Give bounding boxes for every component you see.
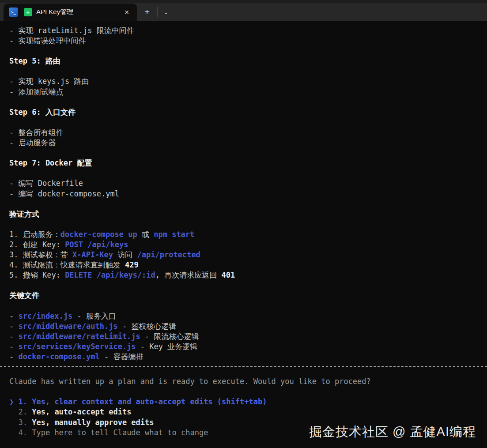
- terminal-text-segment: [9, 301, 14, 310]
- tab-dropdown-button[interactable]: ⌄: [158, 4, 174, 21]
- terminal-line: Step 7: Docker 配置: [9, 158, 487, 168]
- terminal-text-segment: - 鉴权核心逻辑: [118, 322, 177, 331]
- terminal-text-segment: 关键文件: [9, 291, 39, 300]
- terminal-text-segment: -: [9, 322, 18, 331]
- terminal-text-segment: 验证方式: [9, 210, 39, 218]
- terminal-text-segment: X-API-Key: [72, 250, 113, 259]
- terminal-text-segment: - 限流核心逻辑: [140, 332, 199, 341]
- terminal-text-segment: - 实现 keys.js 路由: [9, 77, 89, 86]
- terminal-line: - src/index.js - 服务入口: [9, 311, 487, 321]
- plan-prompt-text: Claude has written up a plan and is read…: [9, 376, 487, 387]
- terminal-text-segment: - 容器编排: [100, 352, 143, 361]
- pointer-spacer: [9, 407, 18, 416]
- terminal-line: [9, 117, 487, 128]
- tab-close-icon[interactable]: ✕: [122, 8, 132, 17]
- terminal-text-segment: - Key 业务逻辑: [136, 342, 198, 351]
- terminal-text-segment: - 整合所有组件: [9, 128, 63, 137]
- terminal-line: 1. 启动服务：docker-compose up 或 npm start: [9, 230, 487, 240]
- tab-bar: >_ ✳ API Key管理 ✕ + ⌄: [0, 0, 487, 21]
- terminal-text-segment: 2. 创建 Key:: [9, 240, 65, 249]
- menu-option-2[interactable]: 2. Yes, auto-accept edits: [9, 407, 487, 417]
- terminal-line: [9, 301, 487, 311]
- terminal-text-segment: [9, 281, 14, 290]
- terminal-line: - 整合所有组件: [9, 128, 487, 138]
- terminal-line: [9, 168, 487, 178]
- pointer-spacer: [9, 428, 18, 437]
- menu-option-label: Yes, clear context and auto-accept edits…: [32, 397, 267, 406]
- terminal-text-segment: src/middleware/rateLimit.js: [18, 332, 140, 341]
- terminal-line: Step 6: 入口文件: [9, 107, 487, 117]
- terminal-line: [9, 46, 487, 56]
- terminal-text-segment: docker-compose.yml: [18, 352, 99, 361]
- terminal-line: 4. 测试限流：快速请求直到触发 429: [9, 260, 487, 270]
- terminal-line: - 添加测试端点: [9, 87, 487, 97]
- menu-option-number: 1.: [18, 397, 32, 406]
- terminal-text-segment: POST /api/keys: [65, 240, 128, 249]
- terminal-line: - src/services/keyService.js - Key 业务逻辑: [9, 342, 487, 352]
- terminal-line: [9, 148, 487, 158]
- terminal-text-segment: -: [9, 352, 18, 361]
- terminal-text-segment: - 实现错误处理中间件: [9, 36, 86, 45]
- terminal-text-segment: [9, 220, 14, 229]
- new-tab-button[interactable]: +: [137, 4, 157, 21]
- menu-option-label: Yes, auto-accept edits: [32, 407, 131, 416]
- plan-separator-dashed-line: [0, 366, 487, 367]
- terminal-line: - 启动服务器: [9, 138, 487, 148]
- terminal-text-segment: [9, 148, 14, 157]
- terminal-line: - docker-compose.yml - 容器编排: [9, 352, 487, 362]
- terminal-tab[interactable]: >_ ✳ API Key管理 ✕: [4, 4, 137, 21]
- terminal-text-segment: [9, 200, 14, 208]
- terminal-text-segment: Step 5: 路由: [9, 56, 60, 65]
- terminal-text-segment: [9, 46, 14, 55]
- terminal-text-segment: 429: [125, 260, 139, 269]
- terminal-text-segment: - 服务入口: [72, 312, 116, 320]
- terminal-text-segment: 3. 测试鉴权：带: [9, 250, 72, 259]
- terminal-line: Step 5: 路由: [9, 56, 487, 66]
- terminal-line: - 实现 rateLimit.js 限流中间件: [9, 26, 487, 36]
- terminal-text-segment: 访问: [113, 250, 137, 259]
- terminal-line: [9, 97, 487, 107]
- terminal-text-segment: src/services/keyService.js: [18, 342, 136, 351]
- terminal-text-segment: docker-compose up: [60, 230, 137, 239]
- menu-option-label: Yes, manually approve edits: [32, 418, 154, 427]
- terminal-line: [9, 66, 487, 76]
- terminal-text-segment: 4. 测试限流：快速请求直到触发: [9, 260, 125, 269]
- terminal-text-segment: src/index.js: [18, 312, 72, 320]
- terminal-text-segment: npm start: [154, 230, 194, 239]
- terminal-line: - 编写 Dockerfile: [9, 178, 487, 188]
- terminal-line: [9, 219, 487, 230]
- menu-option-number: 3.: [18, 418, 32, 427]
- terminal-text-segment: -: [9, 312, 18, 320]
- terminal-text-segment: -: [9, 342, 18, 351]
- terminal-text-segment: - 添加测试端点: [9, 87, 63, 96]
- terminal-text-segment: - 编写 Dockerfile: [9, 179, 83, 188]
- terminal-text-segment: [9, 118, 14, 127]
- terminal-text-segment: [9, 169, 14, 177]
- terminal-text-segment: , 再次请求应返回: [155, 271, 222, 279]
- terminal-text-segment: 401: [222, 271, 235, 279]
- selection-pointer-icon: ❯: [9, 397, 18, 406]
- terminal-text-segment: DELETE /api/keys/:id: [65, 271, 155, 279]
- terminal-line: - 实现 keys.js 路由: [9, 76, 487, 87]
- menu-option-number: 4.: [18, 428, 32, 437]
- terminal-line: - 实现错误处理中间件: [9, 36, 487, 46]
- terminal-text-segment: [9, 67, 14, 75]
- terminal-text-segment: Step 7: Docker 配置: [9, 158, 92, 167]
- terminal-text-segment: [9, 98, 14, 106]
- terminal-line: 2. 创建 Key: POST /api/keys: [9, 240, 487, 250]
- terminal-line: [9, 280, 487, 290]
- terminal-line: 5. 撤销 Key: DELETE /api/keys/:id, 再次请求应返回…: [9, 270, 487, 280]
- terminal-text-segment: 或: [137, 230, 154, 239]
- menu-option-1[interactable]: ❯ 1. Yes, clear context and auto-accept …: [9, 397, 487, 407]
- terminal-text-segment: - 编写 docker-compose.yml: [9, 189, 119, 198]
- menu-option-label: Type here to tell Claude what to change: [32, 428, 208, 437]
- pointer-spacer: [9, 418, 18, 427]
- powershell-icon: >_: [9, 8, 18, 17]
- terminal-text-segment: -: [9, 332, 18, 341]
- terminal-text-segment: Step 6: 入口文件: [9, 108, 76, 117]
- terminal-output: - 实现 rateLimit.js 限流中间件- 实现错误处理中间件 Step …: [0, 21, 487, 362]
- terminal-text-segment: - 实现 rateLimit.js 限流中间件: [9, 26, 134, 35]
- watermark-text: 掘金技术社区 @ 孟健AI编程: [309, 423, 476, 441]
- terminal-text-segment: src/middleware/auth.js: [18, 322, 117, 331]
- terminal-line: - src/middleware/rateLimit.js - 限流核心逻辑: [9, 331, 487, 342]
